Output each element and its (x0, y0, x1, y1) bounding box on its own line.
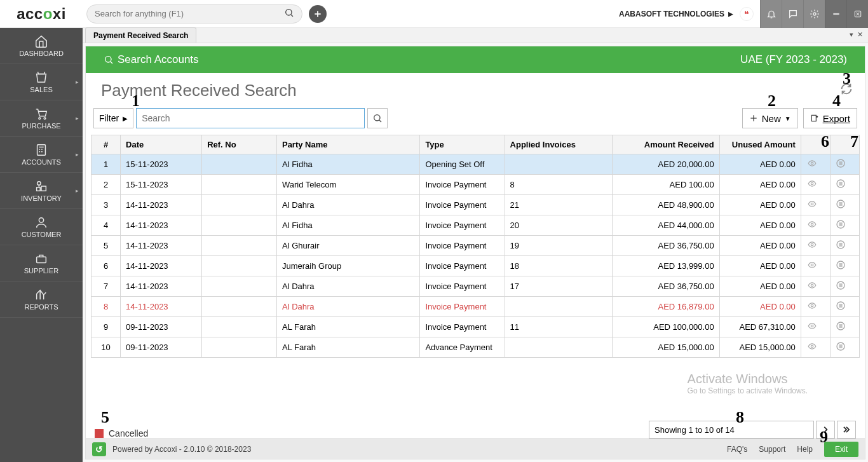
quick-add-button[interactable] (309, 5, 327, 23)
table-row[interactable]: 614-11-2023Jumeraih GroupInvoice Payment… (92, 256, 860, 276)
nav-label: INVENTORY (21, 194, 62, 202)
nav-dashboard[interactable]: DASHBOARD (0, 28, 83, 64)
svg-point-34 (811, 182, 813, 185)
nav-customer[interactable]: CUSTOMER (0, 209, 83, 245)
cell-party: Al Dahra (276, 297, 419, 317)
col-date[interactable]: Date (121, 135, 202, 154)
cell-unused: AED 0.00 (719, 236, 801, 256)
export-button[interactable]: Export (803, 108, 857, 128)
row-view-icon[interactable] (801, 236, 830, 256)
gear-icon[interactable] (803, 0, 825, 28)
table-row[interactable]: 714-11-2023Al DahraInvoice Payment17AED … (92, 276, 860, 297)
cell-party: Al Fidha (276, 215, 419, 236)
row-view-icon[interactable] (801, 297, 830, 317)
refresh-icon[interactable] (839, 82, 853, 99)
cell-amount: AED 48,900.00 (612, 195, 719, 215)
cell-ref (202, 317, 277, 337)
exit-button[interactable]: Exit (824, 442, 858, 457)
bell-icon[interactable] (760, 0, 782, 28)
col-amount[interactable]: Amount Received (612, 135, 719, 154)
inline-search-input[interactable] (136, 108, 365, 128)
row-menu-icon[interactable] (830, 256, 859, 276)
cell-ref (202, 195, 277, 215)
nav-supplier[interactable]: SUPPLIER (0, 245, 83, 282)
table-row[interactable]: 814-11-2023Al DahraInvoice PaymentAED 16… (92, 297, 860, 317)
row-menu-icon[interactable] (830, 175, 859, 195)
table-row[interactable]: 314-11-2023Al DahraInvoice Payment21AED … (92, 195, 860, 215)
inline-search-button[interactable] (367, 108, 388, 128)
cell-date: 14-11-2023 (121, 256, 202, 276)
col-applied[interactable]: Applied Invoices (505, 135, 612, 154)
svg-point-29 (811, 162, 813, 165)
row-menu-icon[interactable] (830, 215, 859, 236)
cell-idx: 9 (92, 317, 121, 337)
search-accounts-link[interactable]: Search Accounts (104, 53, 199, 66)
col-ref[interactable]: Ref. No (202, 135, 277, 154)
cell-unused: AED 67,310.00 (719, 317, 801, 337)
top-bar: accoxi AABASOFT TECHNOLOGIES ▸ ❝ (0, 0, 868, 28)
row-view-icon[interactable] (801, 337, 830, 358)
table-row[interactable]: 215-11-2023Warid TelecomInvoice Payment8… (92, 175, 860, 195)
tab-dropdown-icon[interactable]: ▾ (850, 31, 853, 39)
filter-label: Filter (99, 113, 119, 123)
svg-point-0 (286, 9, 292, 15)
company-name[interactable]: AABASOFT TECHNOLOGIES (619, 10, 724, 18)
row-menu-icon[interactable] (830, 276, 859, 297)
row-view-icon[interactable] (801, 317, 830, 337)
footer: ↺ Powered by Accoxi - 2.0.10 © 2018-2023… (86, 438, 865, 459)
cell-ref (202, 154, 277, 175)
table-row[interactable]: 115-11-2023Al FidhaOpening Set OffAED 20… (92, 154, 860, 175)
minimize-icon[interactable] (825, 0, 846, 28)
footer-faqs[interactable]: FAQ's (727, 445, 747, 454)
brand-badge[interactable]: ❝ (740, 7, 754, 21)
row-view-icon[interactable] (801, 215, 830, 236)
nav-reports[interactable]: REPORTS (0, 282, 83, 318)
col-type[interactable]: Type (420, 135, 505, 154)
col-idx[interactable]: # (92, 135, 121, 154)
company-caret-icon[interactable]: ▸ (728, 8, 733, 20)
row-view-icon[interactable] (801, 276, 830, 297)
global-search[interactable] (86, 4, 302, 24)
footer-support[interactable]: Support (759, 445, 785, 454)
nav-accounts[interactable]: ACCOUNTS ▸ (0, 137, 83, 173)
row-view-icon[interactable] (801, 195, 830, 215)
col-party[interactable]: Party Name (276, 135, 419, 154)
chevron-right-icon: ▸ (76, 79, 79, 85)
nav-inventory[interactable]: INVENTORY ▸ (0, 173, 83, 209)
pager-next-button[interactable] (816, 421, 835, 438)
row-menu-icon[interactable] (830, 236, 859, 256)
nav-purchase[interactable]: PURCHASE ▸ (0, 100, 83, 137)
new-button[interactable]: New ▼ (742, 108, 798, 128)
svg-point-9 (39, 118, 41, 119)
nav-sales[interactable]: SALES ▸ (0, 64, 83, 100)
cell-type: Opening Set Off (420, 154, 505, 175)
chat-icon[interactable] (782, 0, 803, 28)
export-label: Export (823, 113, 850, 124)
row-menu-icon[interactable] (830, 154, 859, 175)
cell-applied: 11 (505, 317, 612, 337)
pager-last-button[interactable] (837, 421, 856, 438)
close-icon[interactable] (846, 0, 868, 28)
table-row[interactable]: 909-11-2023AL FarahInvoice Payment11AED … (92, 317, 860, 337)
row-view-icon[interactable] (801, 154, 830, 175)
row-menu-icon[interactable] (830, 297, 859, 317)
cell-idx: 1 (92, 154, 121, 175)
table-row[interactable]: 414-11-2023Al FidhaInvoice Payment20AED … (92, 215, 860, 236)
tab-close-icon[interactable]: ✕ (857, 31, 863, 39)
row-menu-icon[interactable] (830, 195, 859, 215)
filter-button[interactable]: Filter ▶ (93, 108, 133, 128)
table-row[interactable]: 514-11-2023Al GhurairInvoice Payment19AE… (92, 236, 860, 256)
col-unused[interactable]: Unused Amount (719, 135, 801, 154)
new-caret-icon: ▼ (785, 115, 791, 122)
row-view-icon[interactable] (801, 256, 830, 276)
svg-point-69 (811, 325, 813, 327)
row-menu-icon[interactable] (830, 317, 859, 337)
row-view-icon[interactable] (801, 175, 830, 195)
tab-payment-received-search[interactable]: Payment Received Search (85, 27, 196, 43)
global-search-input[interactable] (95, 5, 284, 23)
cell-applied: 21 (505, 195, 612, 215)
footer-help[interactable]: Help (797, 445, 813, 454)
app-logo: accoxi (0, 0, 83, 28)
table-row[interactable]: 1009-11-2023AL FarahAdvance PaymentAED 1… (92, 337, 860, 358)
row-menu-icon[interactable] (830, 337, 859, 358)
